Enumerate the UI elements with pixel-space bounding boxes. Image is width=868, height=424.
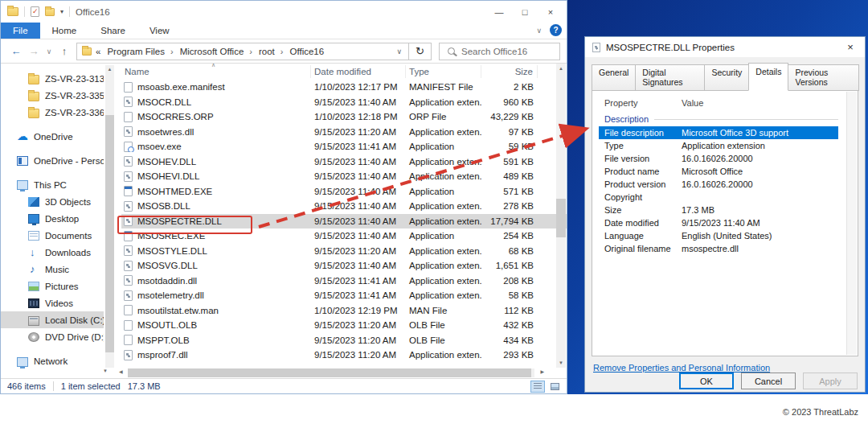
ribbon-tab[interactable]: File xyxy=(1,23,40,39)
sidebar-item[interactable]: 3D Objects xyxy=(1,193,104,210)
sidebar-item[interactable]: ZS-VR-23-336 xyxy=(1,104,104,121)
remove-properties-link[interactable]: Remove Properties and Personal Informati… xyxy=(593,363,770,373)
close-button[interactable]: × xyxy=(538,2,563,22)
ribbon-tab[interactable]: Share xyxy=(88,23,137,39)
property-row[interactable]: File description Microsoft Office 3D sup… xyxy=(599,126,838,139)
scroll-up-icon[interactable]: ▲ xyxy=(105,67,114,72)
details-scrollbar[interactable] xyxy=(846,92,857,355)
breadcrumb-item[interactable]: root xyxy=(256,47,286,56)
sidebar-item[interactable]: OneDrive xyxy=(1,128,104,145)
file-row[interactable]: msoetwres.dll 9/15/2023 11:20 AM Applica… xyxy=(121,125,567,140)
property-row[interactable]: Product version 16.0.16026.20000 xyxy=(599,178,838,191)
dialog-tab[interactable]: Details xyxy=(748,63,788,91)
scroll-left-icon[interactable]: ◀ xyxy=(119,368,123,374)
cancel-button[interactable]: Cancel xyxy=(741,373,796,389)
scroll-down-icon[interactable]: ▼ xyxy=(556,360,566,365)
column-header-name[interactable]: Name xyxy=(121,65,311,78)
property-row[interactable]: Language English (United States) xyxy=(599,229,838,242)
file-row[interactable]: msoasb.exe.manifest 1/10/2023 12:17 PM M… xyxy=(121,80,567,95)
horizontal-scrollbar-thumb[interactable] xyxy=(128,368,531,377)
file-list-scrollbar[interactable]: ▲ ▼ xyxy=(556,64,566,368)
ok-button[interactable]: OK xyxy=(679,373,734,389)
file-row[interactable]: MSOHEV.DLL 9/15/2023 11:40 AM Applicatio… xyxy=(121,154,567,170)
column-header-size[interactable]: Size xyxy=(481,65,538,78)
address-dropdown-icon[interactable]: ∨ xyxy=(391,47,407,56)
scroll-up-icon[interactable]: ▲ xyxy=(556,66,566,71)
file-row[interactable]: MSOSB.DLL 9/15/2023 11:40 AM Application… xyxy=(121,199,567,214)
property-row[interactable]: Copyright xyxy=(599,191,838,204)
property-row[interactable]: Type Application extension xyxy=(599,139,838,152)
sidebar-item[interactable]: ZS-VR-23-313 xyxy=(1,70,104,87)
file-row[interactable]: MSOSTYLE.DLL 9/15/2023 11:20 AM Applicat… xyxy=(121,244,567,259)
sidebar-item[interactable]: OneDrive - Person xyxy=(1,152,104,169)
ribbon-tab[interactable]: View xyxy=(137,23,182,39)
sidebar-item[interactable]: ZS-VR-23-335 xyxy=(1,87,104,104)
file-row[interactable]: MSOSREC.EXE 9/15/2023 11:40 AM Applicati… xyxy=(121,228,567,244)
file-row[interactable]: MSPPT.OLB 9/15/2023 11:20 AM OLB File 43… xyxy=(121,333,567,348)
sidebar-item[interactable]: DVD Drive (D:) C xyxy=(1,328,104,345)
sidebar-scrollbar[interactable]: ▲ xyxy=(105,65,114,368)
file-row[interactable]: MSOCR.DLL 9/15/2023 11:40 AM Application… xyxy=(121,95,567,110)
recent-locations-icon[interactable]: ∨ xyxy=(43,47,55,56)
quick-access-caret-icon[interactable]: ▾ xyxy=(60,8,63,15)
sidebar-item[interactable]: Network xyxy=(1,352,104,369)
breadcrumb-item[interactable]: Microsoft Office xyxy=(178,47,255,56)
refresh-button[interactable]: ↻ xyxy=(409,43,432,60)
collapse-ribbon-icon[interactable]: ∨ xyxy=(536,27,542,35)
quick-access-folder-icon[interactable] xyxy=(45,8,55,16)
file-row[interactable]: MSOSPECTRE.DLL 9/15/2023 11:40 AM Applic… xyxy=(121,214,567,229)
quick-access-properties-icon[interactable] xyxy=(31,6,39,17)
sidebar-item[interactable]: Local Disk (C:) xyxy=(1,311,104,328)
help-icon[interactable]: ? xyxy=(550,24,562,36)
file-row[interactable]: msoev.exe 9/15/2023 11:41 AM Application… xyxy=(121,139,567,154)
maximize-button[interactable]: □ xyxy=(512,2,538,22)
dialog-tab[interactable]: General xyxy=(592,64,636,91)
property-row[interactable]: Size 17.3 MB xyxy=(599,204,838,216)
file-row[interactable]: msotelemetry.dll 9/15/2023 11:41 AM Appl… xyxy=(121,288,567,303)
file-row[interactable]: MSOCRRES.ORP 1/10/2023 12:18 PM ORP File… xyxy=(121,109,567,125)
column-header-type[interactable]: Type xyxy=(406,65,481,78)
forward-button[interactable]: → xyxy=(25,45,43,57)
dialog-close-button[interactable]: × xyxy=(839,39,862,56)
property-row[interactable]: Product name Microsoft Office xyxy=(599,165,838,178)
dialog-tab[interactable]: Digital Signatures xyxy=(635,64,705,91)
large-icons-view-button[interactable] xyxy=(547,381,562,393)
sidebar-item[interactable]: Videos xyxy=(1,294,104,311)
dll-icon xyxy=(124,126,133,137)
file-list-scrollbar-thumb[interactable] xyxy=(556,199,566,237)
sidebar-item[interactable]: Documents xyxy=(1,227,104,244)
column-header-date-modified[interactable]: Date modified xyxy=(311,65,406,78)
property-row[interactable]: Original filename msospectre.dll xyxy=(599,242,838,255)
file-row[interactable]: MSOUTL.OLB 9/15/2023 11:20 AM OLB File 4… xyxy=(121,318,567,333)
property-row[interactable]: Date modified 9/15/2023 11:40 AM xyxy=(599,216,838,229)
sidebar-item[interactable]: This PC xyxy=(1,176,104,193)
sidebar-item[interactable]: Music xyxy=(1,261,104,278)
sidebar-scroll-down-icon[interactable]: ▼ xyxy=(103,368,108,373)
dialog-tab[interactable]: Previous Versions xyxy=(788,64,859,91)
sidebar-item[interactable]: Desktop xyxy=(1,210,104,227)
sidebar-item[interactable]: Pictures xyxy=(1,278,104,294)
breadcrumb-item[interactable]: Program Files xyxy=(104,47,175,56)
details-view-button[interactable] xyxy=(530,381,545,393)
file-row[interactable]: MSOSVG.DLL 9/15/2023 11:40 AM Applicatio… xyxy=(121,258,567,274)
back-button[interactable]: ← xyxy=(7,45,25,57)
breadcrumb-item[interactable]: Office16 xyxy=(288,47,327,56)
dialog-tab[interactable]: Security xyxy=(704,64,749,91)
address-bar[interactable]: « Program Files Microsoft Office root Of… xyxy=(76,43,409,60)
file-row[interactable]: msoutilstat.etw.man 1/10/2023 12:19 PM M… xyxy=(121,303,567,319)
sidebar-scrollbar-thumb[interactable] xyxy=(105,115,114,352)
file-row[interactable]: msotdaddin.dll 9/15/2023 11:41 AM Applic… xyxy=(121,274,567,289)
file-row[interactable]: MSOHTMED.EXE 9/15/2023 11:40 AM Applicat… xyxy=(121,184,567,200)
up-button[interactable]: ↑ xyxy=(55,45,73,57)
ribbon-tab[interactable]: Home xyxy=(40,23,89,39)
search-box[interactable]: Search Office16 xyxy=(439,43,560,60)
minimize-button[interactable]: — xyxy=(486,2,512,22)
horizontal-scrollbar[interactable] xyxy=(128,368,534,377)
property-row[interactable]: File version 16.0.16026.20000 xyxy=(599,152,838,165)
scroll-right-icon[interactable]: ▶ xyxy=(540,368,544,374)
file-row[interactable]: msproof7.dll 9/15/2023 11:20 AM Applicat… xyxy=(121,348,567,363)
breadcrumb-prefix[interactable]: « xyxy=(96,47,100,56)
apply-button[interactable]: Apply xyxy=(803,373,858,389)
file-row[interactable]: MSOHEVI.DLL 9/15/2023 11:40 AM Applicati… xyxy=(121,169,567,184)
sidebar-item[interactable]: Downloads xyxy=(1,244,104,261)
